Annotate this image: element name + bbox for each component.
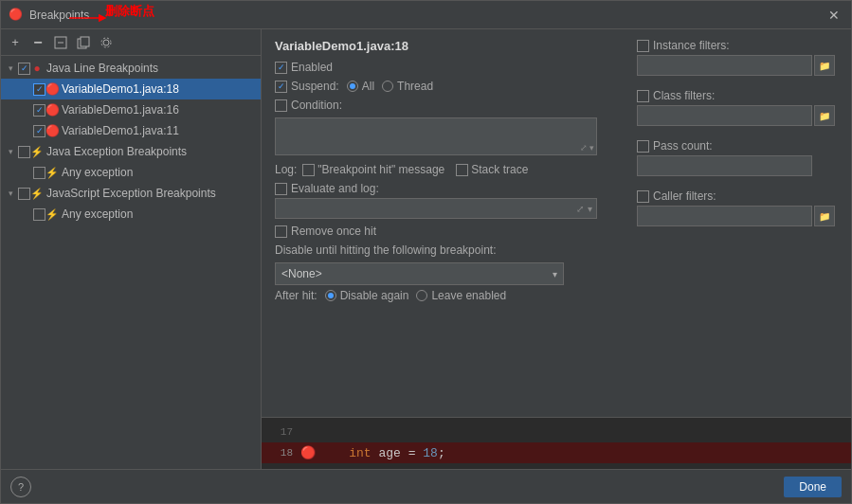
instance-filters-label: Instance filters: — [653, 39, 730, 52]
all-radio[interactable]: All — [347, 80, 374, 93]
class-filters-input[interactable] — [637, 105, 812, 126]
class-filters-browse-btn[interactable]: 📁 — [814, 105, 835, 126]
caller-filters-input-row: 📁 — [637, 206, 842, 226]
all-radio-btn[interactable] — [347, 81, 358, 92]
stack-trace-checkbox[interactable] — [456, 164, 468, 176]
expand-icon: ▾ — [5, 146, 16, 157]
stack-trace-cb[interactable]: Stack trace — [456, 163, 528, 176]
java-line-group[interactable]: ▾ ● Java Line Breakpoints — [1, 58, 261, 79]
dropdown-small-icon[interactable]: ▾ — [589, 143, 594, 153]
suspend-row: Suspend: All Thread — [275, 80, 620, 93]
add-button[interactable]: + — [5, 32, 26, 53]
content-area: + − ▾ ● Java Line Breakpoints — [1, 29, 851, 469]
copy-button[interactable] — [73, 32, 94, 53]
any-exception-checkbox[interactable] — [33, 167, 45, 179]
enabled-checkbox[interactable] — [275, 62, 287, 74]
pass-count-label-row: Pass count: — [637, 139, 842, 153]
bp-16-item[interactable]: 🔴 VariableDemo1.java:16 — [1, 99, 261, 120]
thread-radio-btn[interactable] — [382, 81, 393, 92]
evaluate-label: Evaluate and log: — [291, 182, 379, 195]
dropdown-icon-eval[interactable]: ▾ — [588, 204, 592, 214]
after-hit-label: After hit: — [275, 289, 317, 302]
bp-active-marker: 🔴 — [300, 445, 316, 460]
bp-11-label: VariableDemo1.java:11 — [62, 124, 179, 137]
disable-section: Disable until hitting the following brea… — [275, 243, 620, 302]
spacer — [20, 167, 31, 178]
evaluate-checkbox[interactable] — [275, 183, 287, 195]
spacer — [20, 208, 31, 220]
expand-icon: ▾ — [5, 188, 16, 199]
bp-16-icon: 🔴 — [45, 103, 59, 117]
any-exception-js-label: Any exception — [62, 207, 133, 221]
bp-11-checkbox[interactable] — [33, 125, 45, 137]
var-age: age — [378, 446, 400, 460]
log-message-checkbox[interactable] — [302, 164, 315, 176]
thread-label: Thread — [397, 80, 433, 93]
bp-18-item[interactable]: 🔴 VariableDemo1.java:18 — [1, 79, 261, 99]
thread-radio[interactable]: Thread — [382, 80, 433, 93]
disable-again-radio[interactable]: Disable again — [325, 289, 409, 302]
leave-enabled-radio-btn[interactable] — [416, 290, 427, 301]
pass-count-input[interactable] — [637, 155, 812, 176]
java-line-checkbox[interactable] — [18, 63, 30, 75]
instance-filters-browse-btn[interactable]: 📁 — [814, 55, 835, 76]
settings-button[interactable] — [96, 32, 117, 53]
js-exception-checkbox[interactable] — [18, 188, 30, 200]
instance-filters-checkbox[interactable] — [637, 40, 649, 52]
expand-icon: ▾ — [5, 63, 16, 74]
breakpoint-tree: ▾ ● Java Line Breakpoints 🔴 VariableDemo… — [1, 56, 261, 469]
bp-18-label: VariableDemo1.java:18 — [62, 82, 179, 96]
java-exception-checkbox[interactable] — [18, 146, 30, 158]
right-main: VariableDemo1.java:18 Enabled Suspend: — [262, 29, 851, 417]
settings-icon — [100, 36, 113, 49]
java-exception-group[interactable]: ▾ ⚡ Java Exception Breakpoints — [1, 141, 261, 162]
evaluate-row: Evaluate and log: — [275, 182, 620, 195]
caller-filters-checkbox[interactable] — [637, 190, 649, 203]
caller-filters-input[interactable] — [637, 206, 812, 226]
expand-small-icon: ⤢ — [580, 143, 588, 153]
none-dropdown[interactable]: <None> ▾ — [275, 262, 564, 285]
code-line-before: 17 — [262, 422, 851, 442]
bp-18-checkbox[interactable] — [33, 83, 45, 96]
bp-11-item[interactable]: 🔴 VariableDemo1.java:11 — [1, 120, 261, 141]
any-exception-item[interactable]: ⚡ Any exception — [1, 162, 261, 183]
done-button[interactable]: Done — [784, 477, 842, 497]
condition-section: Condition: ⤢ ▾ — [275, 99, 620, 155]
instance-filters-input-row: 📁 — [637, 55, 842, 76]
pass-count-checkbox[interactable] — [637, 140, 649, 153]
remove-once-label: Remove once hit — [291, 225, 376, 238]
evaluate-input-area[interactable]: ⤢ ▾ — [275, 198, 597, 219]
export-button[interactable] — [50, 32, 71, 53]
browse-icon: 📁 — [819, 61, 830, 71]
js-exception-group[interactable]: ▾ ⚡ JavaScript Exception Breakpoints — [1, 183, 261, 204]
suspend-radio-group: All Thread — [347, 80, 433, 93]
suspend-checkbox[interactable] — [275, 81, 287, 93]
caller-filters-label: Caller filters: — [653, 189, 716, 203]
any-exception-js-item[interactable]: ⚡ Any exception — [1, 204, 261, 225]
any-exception-label: Any exception — [62, 166, 133, 179]
annotation-arrow-svg — [69, 9, 107, 27]
class-filters-checkbox[interactable] — [637, 90, 649, 102]
condition-checkbox[interactable] — [275, 99, 287, 112]
line-num-active: 18 — [269, 447, 293, 459]
caller-filters-browse-btn[interactable]: 📁 — [814, 206, 835, 226]
instance-filters-input[interactable] — [637, 55, 812, 76]
close-button[interactable]: ✕ — [825, 6, 843, 25]
log-message-cb[interactable]: "Breakpoint hit" message — [302, 163, 444, 176]
dropdown-arrow-icon: ▾ — [553, 269, 557, 279]
browse-icon-3: 📁 — [819, 211, 830, 222]
spacer — [20, 125, 31, 136]
remove-button[interactable]: − — [27, 32, 48, 53]
java-line-label: Java Line Breakpoints — [46, 62, 158, 75]
help-button[interactable]: ? — [10, 477, 31, 497]
equals-sign: = — [408, 446, 416, 460]
expand-icon-eval: ⤢ — [576, 204, 584, 214]
instance-filters-label-row: Instance filters: — [637, 39, 842, 52]
remove-once-checkbox[interactable] — [275, 225, 287, 238]
right-panel: VariableDemo1.java:18 Enabled Suspend: — [262, 29, 851, 469]
disable-until-label: Disable until hitting the following brea… — [275, 243, 496, 257]
any-exception-js-checkbox[interactable] — [33, 208, 45, 221]
disable-again-radio-btn[interactable] — [325, 290, 336, 301]
bp-16-checkbox[interactable] — [33, 104, 45, 117]
leave-enabled-radio[interactable]: Leave enabled — [416, 289, 506, 302]
